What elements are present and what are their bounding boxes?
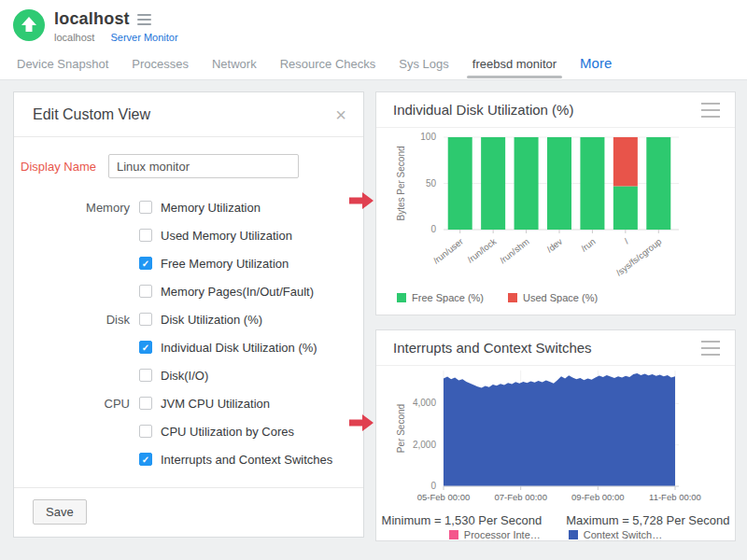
form-row: Used Memory Utilization: [14, 221, 363, 249]
tab-sys-logs[interactable]: Sys Logs: [397, 55, 450, 80]
checkbox-label: Memory Utilization: [161, 201, 261, 215]
checkbox-label: Used Memory Utilization: [161, 229, 292, 243]
form-row: ✓Interrupts and Context Switches: [14, 445, 363, 473]
checkbox-memory-pages-in-out-fault[interactable]: [139, 285, 152, 298]
svg-text:0: 0: [430, 224, 436, 234]
page-title: localhost: [54, 9, 130, 29]
edit-custom-view-panel: Edit Custom View × Display Name MemoryMe…: [13, 91, 364, 538]
form-row: CPU Utilization by Cores: [14, 417, 363, 445]
svg-text:2,000: 2,000: [413, 440, 436, 450]
close-icon[interactable]: ×: [335, 105, 346, 124]
legend-label: Used Space (%): [523, 292, 598, 303]
checkbox-cpu-utilization-by-cores[interactable]: [139, 425, 152, 438]
tab-processes[interactable]: Processes: [130, 55, 190, 80]
form-row: Memory Pages(In/Out/Fault): [14, 277, 363, 305]
svg-text:0: 0: [430, 481, 436, 491]
breadcrumb-host: localhost: [54, 32, 94, 43]
checkbox-free-memory-utilization[interactable]: ✓: [139, 257, 152, 270]
legend-swatch: [508, 293, 517, 302]
checkbox-used-memory-utilization[interactable]: [139, 229, 152, 242]
tab-more[interactable]: More: [578, 55, 613, 80]
legend-swatch: [397, 293, 406, 302]
maximum-value: Maximum = 5,728 Per Second: [566, 513, 729, 527]
display-name-input[interactable]: [108, 154, 299, 178]
server-monitor-page: localhost localhost Server Monitor Devic…: [0, 0, 747, 560]
checkbox-individual-disk-utilization[interactable]: ✓: [139, 341, 152, 354]
checkbox-label: CPU Utilization by Cores: [161, 425, 294, 439]
svg-text:07-Feb 00:00: 07-Feb 00:00: [494, 492, 547, 502]
svg-text:/run/shm: /run/shm: [498, 236, 531, 265]
disk-utilization-bar-chart: 100500Bytes Per Second/run/user/run/lock…: [376, 128, 735, 285]
legend-label: Context Switch…: [584, 529, 662, 540]
disk-chart-title: Individual Disk Utilization (%): [393, 102, 573, 118]
legend-label: Processor Inte…: [464, 529, 541, 540]
checkbox-label: Disk Utilization (%): [161, 313, 262, 327]
svg-text:Per Second: Per Second: [396, 404, 406, 453]
checkbox-label: Interrupts and Context Switches: [161, 453, 332, 467]
legend-label: Free Space (%): [412, 292, 484, 303]
group-label-memory: Memory: [64, 201, 130, 215]
minimum-value: Minimum = 1,530 Per Second: [382, 513, 543, 527]
form-row: CPUJVM CPU Utilization: [14, 389, 363, 417]
checkbox-disk-i-o[interactable]: [139, 369, 152, 382]
svg-text:50: 50: [426, 178, 437, 189]
svg-text:100: 100: [420, 132, 436, 142]
tab-freebsd-monitor[interactable]: freebsd monitor: [471, 55, 558, 80]
chart-min-max: Minimum = 1,530 Per Second Maximum = 5,7…: [376, 513, 735, 527]
svg-text:/sys/fs/cgroup: /sys/fs/cgroup: [614, 236, 664, 278]
svg-text:11-Feb 00:00: 11-Feb 00:00: [649, 492, 701, 502]
legend-swatch: [449, 530, 458, 539]
svg-text:/run/user: /run/user: [431, 236, 465, 266]
interrupts-chart-title: Interrupts and Context Switches: [393, 340, 592, 356]
tab-device-snapshot[interactable]: Device Snapshot: [15, 55, 110, 80]
breadcrumb: localhost Server Monitor: [54, 32, 178, 43]
form-row: DiskDisk Utilization (%): [14, 305, 363, 333]
title-menu-icon[interactable]: [137, 12, 151, 26]
svg-text:Bytes Per Second: Bytes Per Second: [396, 146, 406, 220]
form-row: ✓Individual Disk Utilization (%): [14, 333, 363, 361]
checkbox-jvm-cpu-utilization[interactable]: [139, 397, 152, 410]
tab-resource-checks[interactable]: Resource Checks: [278, 55, 378, 80]
group-label-disk: Disk: [64, 313, 130, 327]
svg-text:05-Feb 00:00: 05-Feb 00:00: [417, 492, 471, 502]
svg-text:4,000: 4,000: [413, 398, 436, 408]
checkbox-label: JVM CPU Utilization: [161, 397, 270, 411]
pointer-arrow-icon: [349, 191, 374, 210]
disk-chart-legend: Free Space (%)Used Space (%): [376, 292, 735, 303]
interrupts-chart-legend: Processor Inte…Context Switch…: [376, 529, 735, 540]
legend-item-used-space[interactable]: Used Space (%): [508, 292, 598, 303]
checkbox-groups: MemoryMemory UtilizationUsed Memory Util…: [14, 193, 363, 473]
checkbox-label: Individual Disk Utilization (%): [161, 341, 317, 355]
interrupts-area-chart: 4,0002,0000Per Second05-Feb 00:0007-Feb …: [376, 366, 735, 506]
svg-text:/run/lock: /run/lock: [465, 236, 498, 265]
breadcrumb-monitor-link[interactable]: Server Monitor: [110, 32, 177, 43]
svg-text:09-Feb 00:00: 09-Feb 00:00: [571, 492, 625, 502]
interrupts-chart-menu-icon[interactable]: [701, 338, 720, 357]
app-header: localhost localhost Server Monitor: [0, 0, 747, 51]
legend-swatch: [569, 530, 578, 539]
pointer-arrow-icon: [349, 413, 374, 432]
checkbox-memory-utilization[interactable]: [139, 201, 152, 214]
checkbox-label: Disk(I/O): [161, 369, 208, 383]
legend-item-context-switch[interactable]: Context Switch…: [569, 529, 662, 540]
svg-text:/run: /run: [579, 236, 598, 254]
checkbox-disk-utilization[interactable]: [139, 313, 152, 326]
panel-title: Edit Custom View: [33, 106, 150, 123]
checkbox-label: Memory Pages(In/Out/Fault): [161, 285, 314, 299]
tab-network[interactable]: Network: [210, 55, 259, 80]
legend-item-processor-inte[interactable]: Processor Inte…: [449, 529, 541, 540]
tab-bar: Device SnapshotProcessesNetworkResource …: [0, 51, 747, 80]
checkbox-label: Free Memory Utilization: [161, 257, 289, 271]
interrupts-card: Interrupts and Context Switches 4,0002,0…: [375, 329, 736, 541]
save-button[interactable]: Save: [33, 499, 87, 525]
form-row: ✓Free Memory Utilization: [14, 249, 363, 277]
svg-text:/dev: /dev: [544, 236, 564, 255]
svg-text:/: /: [622, 236, 630, 246]
monitor-status-avatar: [13, 9, 45, 41]
display-name-label: Display Name: [14, 160, 96, 174]
legend-item-free-space[interactable]: Free Space (%): [397, 292, 484, 303]
checkbox-interrupts-and-context-switches[interactable]: ✓: [139, 453, 152, 466]
disk-chart-menu-icon[interactable]: [701, 100, 720, 119]
form-row: Disk(I/O): [14, 361, 363, 389]
group-label-cpu: CPU: [64, 397, 130, 411]
